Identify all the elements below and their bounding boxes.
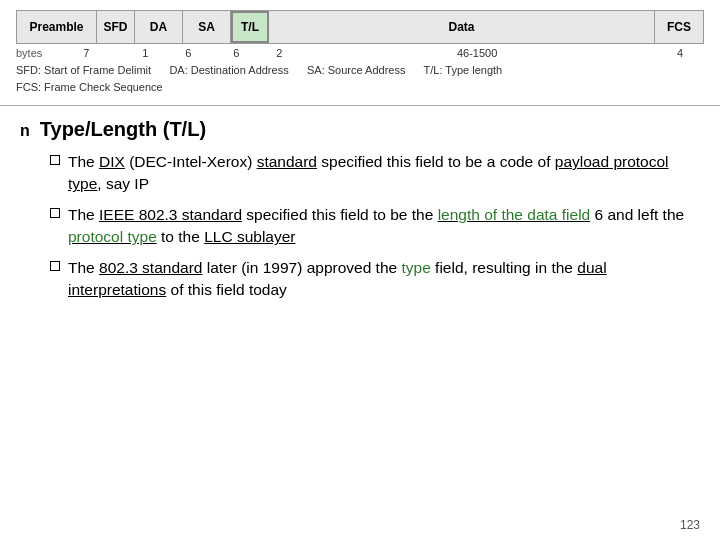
cell-fcs: FCS xyxy=(655,11,703,43)
legend-line-1: SFD: Start of Frame Delimit DA: Destinat… xyxy=(16,62,704,79)
divider xyxy=(0,105,720,106)
bullet-list: The DIX (DEC-Intel-Xerox) standard speci… xyxy=(50,151,700,302)
frame-diagram: Preamble SFD DA SA T/L Data FCS xyxy=(16,10,704,44)
cell-preamble: Preamble xyxy=(17,11,97,43)
cell-sa: SA xyxy=(183,11,231,43)
square-bullet-icon xyxy=(50,155,60,165)
byte-sa: 6 xyxy=(212,47,260,59)
byte-tl: 2 xyxy=(260,47,298,59)
frame-section: Preamble SFD DA SA T/L Data FCS bytes 7 … xyxy=(0,0,720,99)
byte-data: 46-1500 xyxy=(298,47,656,59)
page-number: 123 xyxy=(680,518,700,532)
bullet-n: n xyxy=(20,122,30,140)
cell-sfd: SFD xyxy=(97,11,135,43)
main-topic-label: Type/Length (T/L) xyxy=(40,118,206,141)
content-section: n Type/Length (T/L) The DIX (DEC-Intel-X… xyxy=(0,112,720,316)
legend: SFD: Start of Frame Delimit DA: Destinat… xyxy=(16,62,704,95)
cell-tl: T/L xyxy=(231,11,269,43)
cell-data: Data xyxy=(269,11,655,43)
bullet-text-2: The IEEE 802.3 standard specified this f… xyxy=(68,204,700,249)
bytes-row: bytes 7 1 6 6 2 46-1500 4 xyxy=(16,47,704,59)
cell-da: DA xyxy=(135,11,183,43)
bullet-text-3: The 802.3 standard later (in 1997) appro… xyxy=(68,257,700,302)
list-item: The 802.3 standard later (in 1997) appro… xyxy=(50,257,700,302)
list-item: The IEEE 802.3 standard specified this f… xyxy=(50,204,700,249)
byte-da: 6 xyxy=(164,47,212,59)
square-bullet-icon xyxy=(50,261,60,271)
bytes-cells: 7 1 6 6 2 46-1500 4 xyxy=(46,47,704,59)
main-topic: n Type/Length (T/L) xyxy=(20,118,700,141)
square-bullet-icon xyxy=(50,208,60,218)
bullet-text-1: The DIX (DEC-Intel-Xerox) standard speci… xyxy=(68,151,700,196)
byte-fcs: 4 xyxy=(656,47,704,59)
bytes-label: bytes xyxy=(16,47,42,59)
byte-sfd: 1 xyxy=(126,47,164,59)
list-item: The DIX (DEC-Intel-Xerox) standard speci… xyxy=(50,151,700,196)
legend-line-2: FCS: Frame Check Sequence xyxy=(16,79,704,96)
byte-preamble: 7 xyxy=(46,47,126,59)
